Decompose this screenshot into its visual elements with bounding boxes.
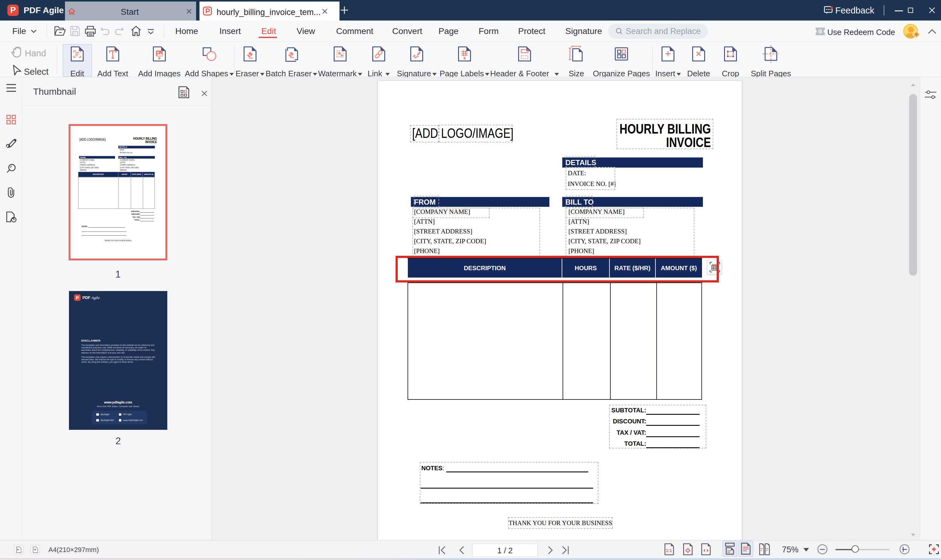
svg-text:1:1: 1:1 [666,548,672,553]
